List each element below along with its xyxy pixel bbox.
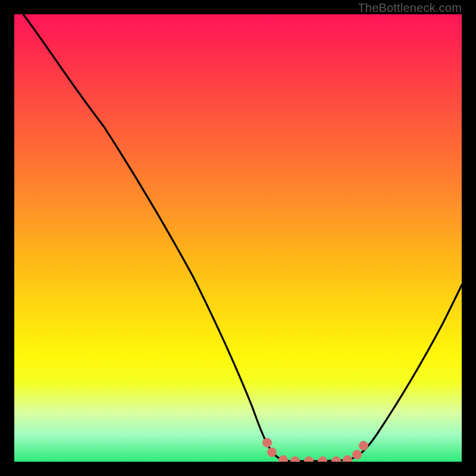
marker-dot	[268, 448, 277, 457]
marker-dot	[353, 450, 362, 459]
marker-dot	[359, 441, 368, 450]
watermark-label: TheBottleneck.com	[358, 1, 462, 15]
chart-svg	[14, 14, 462, 462]
marker-dot	[318, 457, 327, 462]
marker-dot	[291, 457, 300, 462]
plot-area	[14, 14, 462, 462]
marker-dot	[305, 457, 314, 462]
marker-dot	[332, 457, 341, 462]
marker-dot	[279, 456, 288, 462]
chart-frame: TheBottleneck.com	[0, 0, 476, 476]
marker-dot	[343, 456, 352, 462]
bottleneck-curve	[23, 14, 462, 461]
marker-dot	[263, 439, 272, 447]
